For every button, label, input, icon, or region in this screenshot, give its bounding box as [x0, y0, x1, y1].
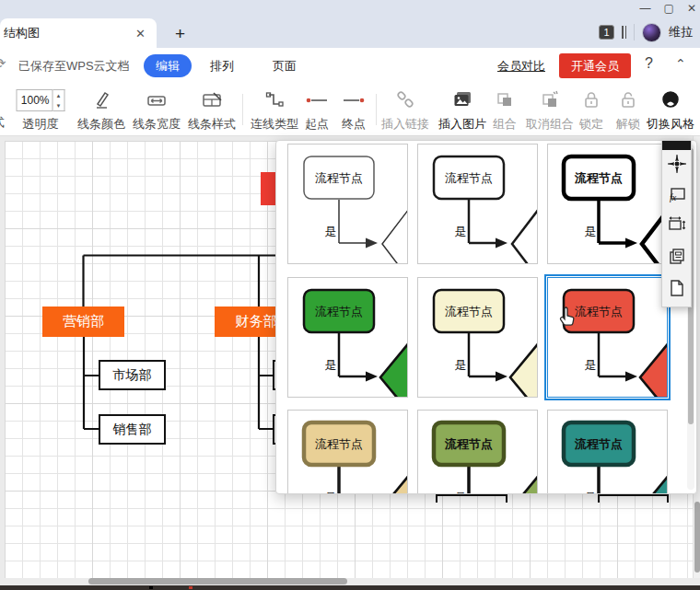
menu-tab-edit[interactable]: 编辑	[144, 54, 192, 77]
transparency-control[interactable]: 100% ▲▼ 透明度	[17, 87, 65, 133]
save-status: 已保存至WPS云文档	[18, 58, 130, 75]
member-compare-link[interactable]: 会员对比	[497, 58, 545, 75]
transparency-value-input[interactable]: 100% ▲▼	[17, 89, 65, 111]
style-option-cream[interactable]: 流程节点是	[417, 277, 538, 398]
ungroup-button[interactable]: 取消组合	[526, 87, 574, 133]
svg-text:是: 是	[325, 225, 337, 238]
close-icon[interactable]: ✕	[687, 0, 696, 17]
org-node-market[interactable]: 市场部	[99, 360, 166, 390]
toolbar-separator	[242, 94, 243, 125]
org-node-sales[interactable]: 销售部	[99, 414, 166, 445]
pencil-icon	[90, 87, 112, 114]
new-page-icon[interactable]	[669, 279, 685, 300]
upgrade-member-button[interactable]: 开通会员	[559, 53, 631, 78]
minimize-icon[interactable]: —	[640, 0, 651, 17]
floating-mini-toolbar: fx	[661, 140, 692, 307]
ungroup-icon	[539, 87, 561, 114]
style-option-red[interactable]: 流程节点是	[547, 277, 668, 398]
style-option-tan[interactable]: 流程节点是	[287, 410, 408, 494]
resize-canvas-icon[interactable]	[668, 216, 686, 237]
start-point-button[interactable]: 起点	[304, 87, 330, 133]
image-icon	[451, 87, 473, 114]
connector-type-button[interactable]: 连线类型	[251, 87, 298, 133]
mini-toolbar-drag-handle[interactable]	[662, 141, 691, 150]
style-option-white-thin[interactable]: 流程节点是	[287, 144, 408, 264]
insert-link-button[interactable]: 插入链接	[381, 87, 429, 133]
style-option-white-medium[interactable]: 流程节点是	[417, 144, 538, 264]
svg-text:流程节点: 流程节点	[445, 305, 493, 318]
svg-text:fx: fx	[670, 192, 677, 202]
style-option-olive[interactable]: 流程节点是	[417, 410, 538, 494]
vertical-scrollbar-thumb[interactable]	[694, 502, 700, 573]
new-tab-button[interactable]: +	[175, 24, 185, 44]
toolbar-separator	[376, 94, 377, 125]
svg-text:流程节点: 流程节点	[315, 305, 363, 318]
unlock-icon	[617, 87, 639, 114]
line-width-icon	[146, 87, 168, 114]
line-color-button[interactable]: 线条颜色	[77, 87, 125, 133]
horizontal-scrollbar-thumb[interactable]	[88, 578, 347, 584]
format-panel-icon[interactable]: fx	[668, 187, 686, 206]
divider	[634, 24, 635, 40]
menu-bar: ⟳ 已保存至WPS云文档 编辑 排列 页面 会员对比 开通会员 ? ⌃	[0, 48, 700, 83]
format-toolbar: 式 100% ▲▼ 透明度 线条颜色 线条宽度	[0, 83, 700, 136]
user-avatar[interactable]	[642, 23, 661, 42]
tab-bar: 结构图 ✕ + 1 维拉	[0, 17, 700, 48]
collapse-ribbon-button[interactable]: ⌃	[675, 56, 686, 71]
svg-text:是: 是	[325, 358, 337, 372]
svg-text:流程节点: 流程节点	[574, 437, 623, 451]
document-tab[interactable]: 结构图 ✕	[0, 18, 157, 48]
org-node-partial-box[interactable]	[436, 494, 508, 503]
group-icon	[494, 87, 516, 114]
style-option-green[interactable]: 流程节点是	[287, 277, 408, 398]
user-name: 维拉	[669, 24, 693, 40]
org-node-company[interactable]	[261, 172, 276, 205]
svg-text:是: 是	[585, 225, 597, 238]
unlock-button[interactable]: 解锁	[616, 87, 640, 133]
help-button[interactable]: ?	[645, 55, 653, 72]
connector-type-icon	[263, 87, 286, 114]
menu-tab-arrange[interactable]: 排列	[210, 58, 234, 75]
end-point-button[interactable]: 终点	[341, 87, 367, 133]
style-circle-icon	[659, 87, 682, 114]
tab-list-icon[interactable]	[622, 26, 626, 39]
style-option-white-bold[interactable]: 流程节点是	[547, 144, 668, 264]
clipped-style-label: 式	[0, 114, 5, 131]
org-node-partial-box[interactable]	[598, 494, 669, 503]
svg-text:流程节点: 流程节点	[575, 305, 623, 318]
insert-image-button[interactable]: 插入图片	[438, 87, 486, 133]
line-style-icon	[201, 87, 223, 114]
svg-text:流程节点: 流程节点	[315, 437, 363, 451]
line-width-button[interactable]: 线条宽度	[133, 87, 181, 133]
org-node-marketing[interactable]: 营销部	[42, 307, 124, 337]
link-icon	[394, 87, 416, 114]
taskbar-edge	[0, 585, 700, 590]
tab-close-icon[interactable]: ✕	[135, 27, 146, 40]
spinner-arrows[interactable]: ▲▼	[53, 89, 65, 111]
lock-icon	[580, 87, 602, 114]
style-option-teal[interactable]: 流程节点是	[547, 410, 668, 494]
end-point-icon	[341, 87, 367, 114]
title-bar: — ▢ ✕	[0, 0, 700, 17]
duplicate-icon[interactable]	[668, 248, 686, 269]
wps-diagram-app: — ▢ ✕ 结构图 ✕ + 1 维拉 ⟳ 已保存至WPS云文档 编辑 排列 页面…	[0, 0, 700, 590]
switch-style-button[interactable]: 切换风格	[647, 87, 694, 133]
menu-tab-page[interactable]: 页面	[273, 58, 297, 75]
svg-text:是: 是	[455, 491, 467, 494]
svg-text:是: 是	[325, 491, 337, 494]
svg-text:是: 是	[585, 358, 597, 372]
style-gallery-popup: 流程节点是流程节点是流程节点是流程节点是流程节点是流程节点是流程节点是流程节点是…	[275, 140, 697, 494]
start-point-icon	[304, 87, 330, 114]
document-tab-title: 结构图	[4, 25, 40, 41]
lock-button[interactable]: 锁定	[579, 87, 603, 133]
svg-text:是: 是	[455, 358, 467, 372]
line-style-button[interactable]: 线条样式	[188, 87, 236, 133]
svg-text:流程节点: 流程节点	[315, 171, 363, 185]
cloud-sync-icon: ⟳	[0, 55, 6, 72]
compass-navigation-icon[interactable]	[667, 154, 687, 177]
document-count-badge[interactable]: 1	[599, 25, 614, 40]
maximize-icon[interactable]: ▢	[664, 0, 674, 17]
group-button[interactable]: 组合	[493, 87, 517, 133]
svg-text:流程节点: 流程节点	[574, 171, 623, 185]
svg-text:流程节点: 流程节点	[445, 171, 493, 185]
